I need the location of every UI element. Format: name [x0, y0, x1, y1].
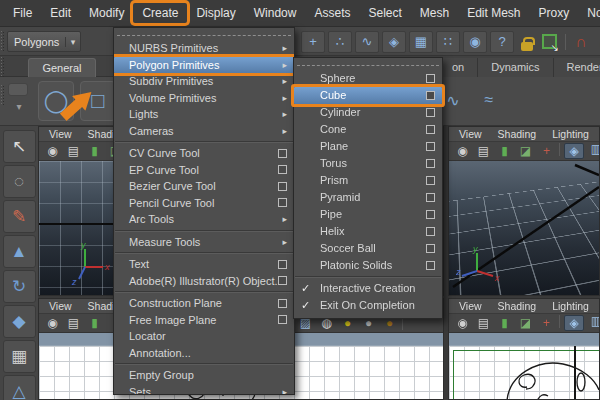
- menubar-item-assets[interactable]: Assets: [305, 3, 359, 23]
- submenu-item-plane[interactable]: Plane: [294, 138, 442, 155]
- option-box-icon[interactable]: [426, 125, 435, 134]
- menu-item-cv-curve-tool[interactable]: CV Curve Tool: [114, 145, 294, 162]
- menu-item-free-image-plane[interactable]: Free Image Plane: [114, 312, 294, 329]
- shelf-toggle[interactable]: ▾: [8, 83, 30, 119]
- snap-to-curves-magnet-icon[interactable]: ∩: [594, 33, 600, 51]
- camera-icon[interactable]: ◉: [454, 317, 471, 329]
- option-box-icon[interactable]: [426, 74, 435, 83]
- menubar-item-window[interactable]: Window: [245, 3, 306, 23]
- submenu-item-pipe[interactable]: Pipe: [294, 206, 442, 223]
- viewport-pane-side[interactable]: ViewShadingLightingShow ◉▤▮◪+ ◈▥▯: [448, 298, 600, 400]
- viewport-toolbar-icon[interactable]: [559, 315, 560, 328]
- camera-attributes-icon[interactable]: ▤: [65, 317, 82, 329]
- universal-manipulator-icon[interactable]: ▦: [3, 340, 36, 373]
- menu-item-pencil-curve-tool[interactable]: Pencil Curve Tool: [114, 195, 294, 212]
- option-box-icon[interactable]: [426, 261, 435, 270]
- menubar-item-modify[interactable]: Modify: [80, 3, 133, 23]
- snap-to-grid-magnet-icon[interactable]: ∩: [571, 33, 591, 51]
- lock-icon[interactable]: [521, 42, 533, 51]
- image-plane-icon[interactable]: ◪: [517, 145, 534, 157]
- menu-item-locator[interactable]: Locator: [114, 328, 294, 345]
- object-selection-icon[interactable]: [542, 34, 557, 49]
- menubar-item-normals[interactable]: Normals: [578, 3, 600, 23]
- option-box-icon[interactable]: [278, 149, 287, 158]
- menu-item-nurbs-primitives[interactable]: NURBS Primitives ▸: [114, 40, 294, 57]
- shelf-tab-general[interactable]: General: [28, 58, 96, 77]
- submenu-item-cube[interactable]: Cube: [294, 87, 442, 104]
- chevron-down-icon[interactable]: ▾: [8, 101, 30, 112]
- menu-set-dropdown[interactable]: Polygons ▾: [7, 31, 81, 52]
- submenu-item-torus[interactable]: Torus: [294, 155, 442, 172]
- camera-attributes-icon[interactable]: ▤: [65, 145, 82, 157]
- particle-icon[interactable]: ◉: [463, 31, 487, 53]
- viewport-toolbar-icon[interactable]: [559, 143, 560, 156]
- bookmark-icon[interactable]: ▮: [496, 317, 513, 329]
- snap-mesh-icon[interactable]: ▦: [409, 31, 433, 53]
- menu-item-measure-tools[interactable]: Measure Tools ▸: [114, 234, 294, 251]
- option-box-icon[interactable]: [426, 159, 435, 168]
- menubar-item-file[interactable]: File: [4, 3, 41, 23]
- menu-item-annotation[interactable]: Annotation...: [114, 345, 294, 362]
- rotate-tool-icon[interactable]: ↻: [3, 270, 36, 303]
- bookmark-icon[interactable]: ▮: [86, 317, 103, 329]
- menubar-item-select[interactable]: Select: [359, 3, 410, 23]
- menu-item-bezier-curve-tool[interactable]: Bezier Curve Tool: [114, 178, 294, 195]
- drag-handle[interactable]: [1, 57, 5, 77]
- camera-attributes-icon[interactable]: ▤: [475, 317, 492, 329]
- shelf-tab-animation-cut[interactable]: on: [438, 58, 477, 77]
- menu-item-polygon-primitives[interactable]: Polygon Primitives ▸: [114, 57, 294, 74]
- option-box-icon[interactable]: [426, 244, 435, 253]
- menu-tearoff-handle[interactable]: [297, 60, 439, 66]
- menu-item-text[interactable]: Text: [114, 256, 294, 273]
- option-box-icon[interactable]: [278, 182, 287, 191]
- option-box-icon[interactable]: [426, 142, 435, 151]
- menu-item-subdiv-primitives[interactable]: Subdiv Primitives ▸: [114, 73, 294, 90]
- soft-modification-icon[interactable]: △: [3, 375, 36, 400]
- shaded-mode-icon[interactable]: ◈: [564, 315, 584, 331]
- film-gate-icon[interactable]: ▥: [588, 315, 599, 331]
- viewport-canvas-persp[interactable]: y x z: [449, 161, 599, 295]
- submenu-item-cone[interactable]: Cone: [294, 121, 442, 138]
- grease-pencil-icon[interactable]: +: [538, 145, 555, 157]
- snap-points-icon[interactable]: ∴: [328, 31, 352, 53]
- camera-icon[interactable]: ◉: [44, 145, 61, 157]
- help-icon[interactable]: ?: [490, 31, 514, 53]
- bookmark-icon[interactable]: ▮: [86, 145, 103, 157]
- film-gate-icon[interactable]: ▥: [588, 143, 599, 159]
- grease-pencil-icon[interactable]: +: [538, 317, 555, 329]
- menu-tearoff-handle[interactable]: [117, 30, 291, 36]
- option-box-icon[interactable]: [426, 108, 435, 117]
- option-box-icon[interactable]: [426, 227, 435, 236]
- make-live-icon[interactable]: ∷: [436, 31, 460, 53]
- add-object-icon[interactable]: +: [301, 31, 325, 53]
- option-box-icon[interactable]: [278, 276, 287, 285]
- viewport-menu-item[interactable]: Lighting: [552, 128, 589, 140]
- submenu-item-exit-on-completion[interactable]: ✓ Exit On Completion: [294, 297, 442, 314]
- menubar-item-edit[interactable]: Edit: [41, 3, 80, 23]
- option-box-icon[interactable]: [278, 299, 287, 308]
- viewport-menu-item[interactable]: View: [459, 300, 482, 312]
- menu-item-arc-tools[interactable]: Arc Tools ▸: [114, 211, 294, 228]
- bookmark-icon[interactable]: ▮: [496, 145, 513, 157]
- option-box-icon[interactable]: [278, 165, 287, 174]
- menu-item-empty-group[interactable]: Empty Group: [114, 367, 294, 384]
- menu-item-cameras[interactable]: Cameras ▸: [114, 123, 294, 140]
- viewport-menu-item[interactable]: Shading: [498, 300, 537, 312]
- move-tool-icon[interactable]: ▲: [3, 235, 36, 268]
- option-box-icon[interactable]: [278, 315, 287, 324]
- submenu-item-pyramid[interactable]: Pyramid: [294, 189, 442, 206]
- option-box-icon[interactable]: [426, 176, 435, 185]
- chevron-down-icon[interactable]: ▾: [65, 37, 80, 47]
- camera-icon[interactable]: ◉: [44, 317, 61, 329]
- menu-item-illustrator-object[interactable]: Adobe(R) Illustrator(R) Object...: [114, 273, 294, 290]
- option-box-icon[interactable]: [278, 260, 287, 269]
- submenu-item-cylinder[interactable]: Cylinder: [294, 104, 442, 121]
- select-tool-icon[interactable]: ↖: [3, 130, 36, 163]
- submenu-item-sphere[interactable]: Sphere: [294, 70, 442, 87]
- shelf-toggle-button[interactable]: [8, 83, 28, 96]
- menu-item-ep-curve-tool[interactable]: EP Curve Tool: [114, 162, 294, 179]
- camera-icon[interactable]: ◉: [454, 145, 471, 157]
- menu-item-sets[interactable]: Sets ▸: [114, 384, 294, 396]
- viewport-menu-item[interactable]: Lighting: [552, 300, 589, 312]
- viewport-menu-item[interactable]: Shading: [498, 128, 537, 140]
